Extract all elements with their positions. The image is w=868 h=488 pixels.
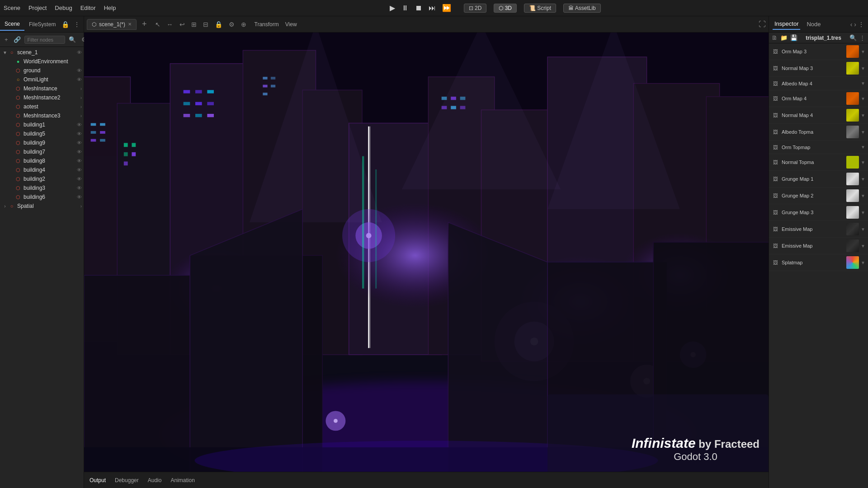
expand-chevron[interactable]: › (80, 104, 82, 109)
expand-arrow[interactable]: ▼ (861, 210, 865, 215)
viewport-tab-scene[interactable]: ⬡ scene_1(*) ✕ (87, 19, 137, 30)
tree-item-building5[interactable]: ⬡ building5 👁 (0, 129, 84, 138)
tree-item-omnilight[interactable]: ○ OmniLight 👁 (0, 75, 84, 84)
inspector-menu-button[interactable]: ⋮ (859, 34, 865, 41)
audio-tab[interactable]: Audio (148, 477, 162, 483)
visibility-toggle[interactable]: 👁 (77, 185, 82, 191)
texture-thumb-emissivemap2[interactable] (846, 239, 859, 252)
expand-chevron[interactable]: › (80, 204, 82, 209)
tree-item-building2[interactable]: ⬡ building2 👁 (0, 174, 84, 183)
tab-filesystem[interactable]: FileSystem (24, 19, 60, 30)
tree-item-building4[interactable]: ⬡ building4 👁 (0, 165, 84, 174)
node-tab[interactable]: Node (805, 19, 822, 29)
mode-assetlib[interactable]: 🏛 AssetLib (563, 4, 601, 13)
close-tab-button[interactable]: ✕ (128, 22, 132, 27)
animation-tab[interactable]: Animation (170, 477, 194, 483)
texture-thumb-emissivemap1[interactable] (846, 223, 859, 235)
tree-item-meshinstance[interactable]: ⬡ MeshInstance › (0, 84, 84, 93)
tree-item-meshinstance2[interactable]: ⬡ MeshInstance2 › (0, 93, 84, 102)
expand-arrow[interactable]: ▼ (861, 193, 865, 198)
expand-arrow[interactable]: ▼ (2, 50, 8, 55)
filter-nodes-input[interactable] (24, 36, 65, 44)
visibility-toggle[interactable]: 👁 (77, 149, 82, 155)
nav-back-button[interactable]: ‹ (850, 21, 853, 28)
mode-2d[interactable]: ⊡ 2D (464, 4, 487, 13)
inspector-row-ormmap4[interactable]: 🖼 Orm Map 4 ▼ (769, 90, 868, 107)
expand-arrow[interactable]: ▼ (861, 81, 865, 86)
visibility-toggle[interactable]: 👁 (77, 194, 82, 200)
inspector-row-splatmap[interactable]: 🖼 Splatmap ▼ (769, 254, 868, 271)
mode-3d[interactable]: ⬡ 3D (494, 4, 517, 13)
menu-help[interactable]: Help (104, 5, 116, 11)
texture-thumb-ormmap3[interactable] (846, 45, 859, 58)
tree-item-building1[interactable]: ⬡ building1 👁 (0, 120, 84, 129)
play-button[interactable]: ▶ (388, 3, 397, 13)
output-tab[interactable]: Output (90, 477, 106, 483)
texture-thumb-normalmap3[interactable] (846, 62, 859, 75)
mode-script[interactable]: 📜 Script (524, 4, 556, 13)
tree-item-ground[interactable]: ⬡ ground 👁 (0, 66, 84, 75)
step-button[interactable]: ⏭ (427, 3, 438, 13)
tree-item-meshinstance3[interactable]: ⬡ MeshInstance3 › (0, 111, 84, 120)
visibility-toggle[interactable]: 👁 (77, 140, 82, 145)
tab-scene[interactable]: Scene (0, 18, 24, 31)
nav-history-button[interactable]: ⋮ (858, 21, 864, 28)
add-node-button[interactable]: + (3, 35, 10, 44)
expand-chevron[interactable]: › (80, 113, 82, 118)
pause-button[interactable]: ⏸ (400, 3, 410, 13)
menu-editor[interactable]: Editor (80, 5, 96, 11)
viewport[interactable]: [ Perspective ] (84, 33, 769, 472)
search-inspector-button[interactable]: 🔍 (849, 34, 857, 41)
visibility-toggle[interactable]: 👁 (77, 77, 82, 82)
tree-item-scene_1[interactable]: ▼ ○ scene_1 👁 (0, 48, 84, 57)
inspector-row-emissivemap1[interactable]: 🖼 Emissive Map ▼ (769, 221, 868, 238)
texture-thumb-grungemap3[interactable] (846, 206, 859, 219)
transform-label[interactable]: Transform (255, 21, 279, 28)
texture-thumb-splatmap[interactable] (846, 256, 859, 269)
expand-arrow[interactable]: ▼ (861, 145, 865, 150)
inspector-row-emissivemap2[interactable]: 🖼 Emissive Map ▼ (769, 238, 868, 254)
tree-item-worldenvironment[interactable]: ● WorldEnvironment (0, 57, 84, 66)
expand-chevron[interactable]: › (80, 86, 82, 91)
fullscreen-button[interactable]: ⛶ (759, 20, 766, 28)
lock-icon[interactable]: 🔒 (60, 20, 71, 29)
texture-thumb-normalmap4[interactable] (846, 109, 859, 122)
expand-arrow[interactable]: ▼ (861, 177, 865, 182)
visibility-toggle[interactable]: 👁 (77, 167, 82, 173)
menu-debug[interactable]: Debug (55, 5, 72, 11)
link-node-button[interactable]: 🔗 (12, 35, 23, 44)
texture-thumb-normaltopma[interactable] (846, 156, 859, 169)
tree-item-building9[interactable]: ⬡ building9 👁 (0, 138, 84, 147)
inspector-row-normalmap4[interactable]: 🖼 Normal Map 4 ▼ (769, 107, 868, 124)
tree-item-building7[interactable]: ⬡ building7 👁 (0, 147, 84, 156)
select-tool-button[interactable]: ↖ (153, 20, 162, 29)
texture-thumb-albedotopma[interactable] (846, 126, 859, 138)
inspector-tab[interactable]: Inspector (773, 19, 800, 30)
inspector-row-grungemap1[interactable]: 🖼 Grunge Map 1 ▼ (769, 171, 868, 188)
expand-arrow[interactable]: ▼ (861, 130, 865, 135)
tree-item-spatial[interactable]: › ○ Spatial › (0, 202, 84, 211)
tree-item-building6[interactable]: ⬡ building6 👁 (0, 192, 84, 202)
more-icon[interactable]: ⋮ (72, 20, 81, 29)
inspector-row-ormmap3[interactable]: 🖼 Orm Map 3 ▼ (769, 43, 868, 60)
expand-chevron[interactable]: › (80, 95, 82, 100)
search-nodes-button[interactable]: 🔍 (67, 35, 78, 44)
nav-forward-button[interactable]: › (854, 21, 856, 28)
visibility-toggle[interactable]: 👁 (77, 68, 82, 73)
visibility-toggle[interactable]: 👁 (77, 176, 82, 182)
inspector-row-ormtopmap[interactable]: 🖼 Orm Topmap ▼ (769, 141, 868, 154)
expand-arrow[interactable]: ▼ (861, 96, 865, 101)
texture-thumb-ormmap4[interactable] (846, 92, 859, 105)
debug-button[interactable]: ⏩ (440, 3, 453, 13)
expand-arrow[interactable]: ▼ (861, 160, 865, 165)
inspector-row-grungemap3[interactable]: 🖼 Grunge Map 3 ▼ (769, 204, 868, 221)
visibility-toggle[interactable]: 👁 (77, 122, 82, 127)
tree-item-building8[interactable]: ⬡ building8 👁 (0, 156, 84, 165)
texture-thumb-grungemap2[interactable] (846, 189, 859, 202)
scale-tool-button[interactable]: ⊞ (189, 20, 198, 29)
add-tab-button[interactable]: + (140, 19, 149, 30)
texture-thumb-grungemap1[interactable] (846, 173, 859, 185)
lock-button[interactable]: 🔒 (213, 20, 224, 29)
stop-button[interactable]: ⏹ (413, 3, 424, 13)
expand-arrow[interactable]: ▼ (861, 244, 865, 249)
